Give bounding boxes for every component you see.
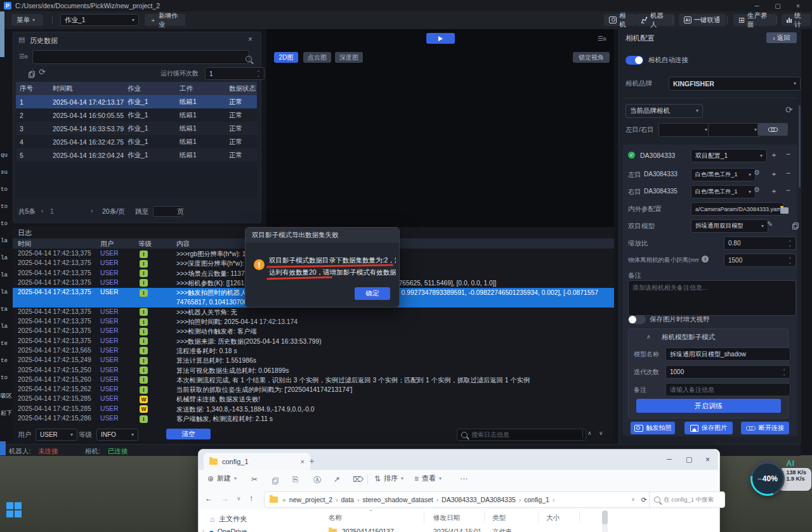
- copy-icon[interactable]: [272, 477, 278, 484]
- clear-log-button[interactable]: 清空: [166, 429, 211, 439]
- minimize-icon[interactable]: ─: [667, 455, 672, 463]
- start-training-button[interactable]: 开启训练: [636, 399, 781, 413]
- edit-icon[interactable]: ✎: [767, 220, 773, 228]
- robot-menu-button[interactable]: 机器人: [636, 14, 675, 26]
- right-eye-select[interactable]: ▾: [708, 123, 761, 137]
- filter-icon[interactable]: ☰⚙: [19, 53, 27, 60]
- stepper-arrows-icon[interactable]: ⌃⌄: [783, 369, 786, 375]
- log-row[interactable]: 2025-04-14 17:42:13,375USERI>>>拍照时间戳: 20…: [13, 317, 614, 327]
- log-row[interactable]: 2025-04-14 17:42:15,286USERI客户端触发, 检测流程耗…: [13, 414, 614, 424]
- history-dropdown-icon[interactable]: ∨: [237, 495, 241, 502]
- production-view-button[interactable]: ⊞生产界面: [733, 14, 776, 26]
- scrollbar[interactable]: [602, 510, 608, 532]
- column-header-date[interactable]: 修改日期: [433, 514, 460, 522]
- viewport-filter-icon[interactable]: ☰⚙: [598, 35, 606, 42]
- add-icon[interactable]: ＋: [770, 169, 778, 179]
- model-name-input[interactable]: 拆垛通用双目模型_shadow: [665, 347, 790, 361]
- minimize-icon[interactable]: ─: [747, 0, 766, 11]
- up-icon[interactable]: ↑: [249, 494, 253, 503]
- remove-icon[interactable]: −: [786, 169, 790, 178]
- network-speed-widget[interactable]: ↑138 K/s ↓1.9 K/s AI –40%: [750, 460, 812, 501]
- log-search-input[interactable]: 搜索日志信息: [457, 429, 586, 441]
- rename-icon[interactable]: Ⓐ: [313, 475, 321, 486]
- stepper-arrows-icon[interactable]: ⌃⌄: [789, 257, 792, 264]
- column-header[interactable]: 工件: [176, 84, 225, 93]
- history-search-input[interactable]: [32, 50, 249, 64]
- shadow-note-input[interactable]: 请输入备注信息: [665, 383, 790, 396]
- remove-icon[interactable]: −: [786, 186, 790, 195]
- brand-select[interactable]: KINGFISHER▾: [669, 77, 801, 91]
- refresh-icon[interactable]: ⟳: [39, 67, 46, 77]
- left-profile-select[interactable]: 白色/黑色工件_1▾: [691, 168, 756, 181]
- bind-eyes-button[interactable]: [757, 123, 788, 136]
- new-button[interactable]: ⊕新建▾: [207, 474, 237, 483]
- job-select[interactable]: 作业_1▾: [60, 14, 139, 26]
- search-prev-icon[interactable]: ∧: [587, 430, 592, 436]
- history-row[interactable]: 22025-04-14 16:50:05.558作业_1纸箱1正常: [16, 108, 257, 122]
- delete-icon[interactable]: ⌦: [353, 475, 363, 484]
- maximize-icon[interactable]: ▢: [686, 455, 692, 464]
- back-icon[interactable]: ←: [205, 494, 213, 503]
- breadcrumb-item[interactable]: config_1: [524, 496, 549, 503]
- column-header[interactable]: 序号: [16, 84, 49, 93]
- new-tab-icon[interactable]: ＋: [308, 455, 316, 467]
- breadcrumb-item[interactable]: new_project_2: [289, 496, 332, 503]
- column-header[interactable]: 数据状态: [225, 84, 257, 93]
- history-row[interactable]: 42025-04-14 16:32:42.758作业_1纸箱1正常: [16, 135, 257, 148]
- close-icon[interactable]: ×: [705, 455, 710, 464]
- breadcrumb-bar[interactable]: « new_project_2›data›stereo_shadow_datas…: [264, 491, 653, 508]
- current-page[interactable]: 1: [50, 207, 54, 215]
- forward-icon[interactable]: →: [221, 494, 229, 503]
- min-distance-stepper[interactable]: 1500⌃⌄: [724, 254, 796, 267]
- add-job-button[interactable]: ＋新增作业: [145, 14, 185, 26]
- column-header-size[interactable]: 大小: [546, 514, 560, 522]
- run-cycles-stepper[interactable]: 1⌃⌄: [205, 67, 265, 80]
- history-row[interactable]: 12025-04-14 17:42:13.174作业_1纸箱1正常: [16, 95, 257, 108]
- note-textarea[interactable]: 添加该相机相关备注信息...: [628, 280, 796, 316]
- search-next-icon[interactable]: ∨: [599, 430, 603, 436]
- menu-button[interactable]: 菜单▾: [11, 14, 43, 26]
- prev-page-icon[interactable]: ‹: [41, 207, 44, 214]
- save-image-button[interactable]: 保存图片: [684, 422, 733, 434]
- log-row[interactable]: 2025-04-14 17:42:15,249USERI算法计算总耗时: 1.5…: [13, 356, 614, 365]
- log-row[interactable]: 2025-04-14 17:42:13,375USERI>>>检测动作触发者: …: [13, 327, 614, 336]
- close-icon[interactable]: ×: [248, 35, 252, 44]
- stepper-arrows-icon[interactable]: ⌃⌄: [789, 240, 792, 247]
- log-row[interactable]: 2025-04-14 17:42:15,285USERW机械臂未连接, 数据发送…: [13, 394, 614, 404]
- gear-icon[interactable]: ⚙: [754, 186, 760, 194]
- maximize-icon[interactable]: ▢: [768, 0, 787, 11]
- sort-button[interactable]: ⇅排序▾: [374, 474, 403, 483]
- current-brand-select[interactable]: 当前品牌相机▾: [625, 104, 703, 118]
- chevron-down-icon[interactable]: ∨: [631, 497, 635, 502]
- column-header-type[interactable]: 类型: [492, 514, 506, 522]
- duplicate-icon[interactable]: [792, 223, 799, 230]
- remove-icon[interactable]: −: [786, 150, 790, 159]
- auto-connect-toggle[interactable]: [625, 56, 643, 65]
- history-row[interactable]: 52025-04-14 16:32:04.240作业_1纸箱1正常: [16, 148, 257, 162]
- back-button[interactable]: ‹返回: [766, 32, 797, 43]
- log-row[interactable]: 2025-04-14 17:42:15,250USERI算法可视化数据生成总耗时…: [13, 366, 614, 375]
- iterations-stepper[interactable]: 1000⌃⌄: [665, 365, 790, 379]
- column-header[interactable]: 作业: [124, 84, 176, 93]
- view-button[interactable]: ≡查看▾: [414, 474, 442, 483]
- tab-depth[interactable]: 深度图: [335, 52, 363, 63]
- collapse-icon[interactable]: ∧: [646, 334, 651, 340]
- stats-button[interactable]: 统计: [782, 14, 811, 26]
- log-row[interactable]: 2025-04-14 17:42:15,285USERW发送数据: 1,340.…: [13, 405, 614, 414]
- user-filter-select[interactable]: USER▾: [36, 429, 77, 441]
- paste-icon[interactable]: ⎘: [292, 475, 299, 484]
- level-filter-select[interactable]: INFO▾: [96, 429, 138, 441]
- file-row[interactable]: 202504141501372025/4/14 15:01文件夹: [199, 526, 598, 532]
- cut-icon[interactable]: ✂: [251, 475, 258, 484]
- more-options-icon[interactable]: ⋯: [460, 474, 468, 483]
- camera-menu-button[interactable]: 相机: [604, 14, 636, 26]
- log-row[interactable]: 2025-04-14 17:42:13,375USERI>>>机器人关节角: 无: [13, 308, 614, 317]
- folder-icon[interactable]: [780, 207, 789, 214]
- search-icon[interactable]: [246, 56, 252, 62]
- refresh-icon[interactable]: ⟳: [785, 105, 793, 115]
- add-icon[interactable]: ＋: [770, 150, 778, 160]
- ai-link-button[interactable]: AI一键联通: [679, 14, 726, 26]
- memory-gauge[interactable]: –40%: [750, 462, 785, 496]
- close-icon[interactable]: ×: [789, 0, 808, 11]
- close-tab-icon[interactable]: ×: [301, 458, 304, 465]
